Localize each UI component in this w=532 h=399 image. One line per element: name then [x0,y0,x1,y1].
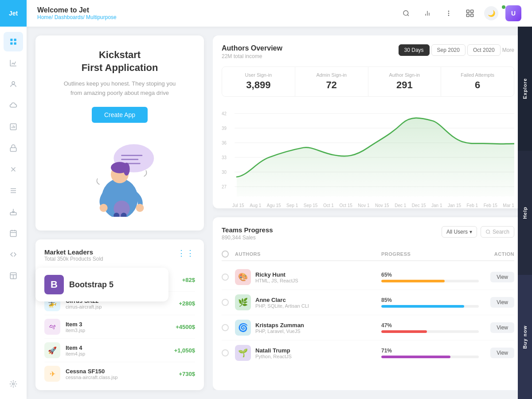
sidebar-item-settings[interactable] [4,374,23,394]
svg-text:36: 36 [222,141,227,146]
svg-rect-33 [471,10,473,13]
svg-rect-32 [467,10,469,13]
sidebar-item-download[interactable] [4,202,23,222]
team-row-checkbox[interactable] [222,274,229,281]
team-row-checkbox[interactable] [222,349,229,356]
team-action-3: View [479,348,514,358]
market-list-item: 🛩 Item 3 item3.jsp +4500$ [44,315,195,339]
svg-point-4 [12,82,15,84]
th-action: ACTION [479,251,514,257]
sidebar-item-security[interactable] [4,138,23,158]
tab-30-days[interactable]: 30 Days [399,44,430,56]
row-checkbox-1 [222,299,235,306]
stat-author-signin: Author Sign-in 291 [368,67,442,96]
sidebar-item-dashboard[interactable] [4,32,23,51]
search-button[interactable] [399,6,413,20]
team-view-button-2[interactable]: View [490,322,514,333]
filter-select[interactable]: All Users ▾ [442,226,477,238]
tab-more[interactable]: More [502,47,514,53]
stat-admin-signin: Admin Sign-in 72 [295,67,368,96]
dark-mode-button[interactable]: 🌙 [484,6,498,20]
team-view-button-1[interactable]: View [490,297,514,308]
svg-text:27: 27 [222,184,227,190]
teams-header: Teams Progress 890,344 Sales All Users ▾… [222,226,514,241]
sidebar-item-list[interactable] [4,181,23,200]
authors-overview-card: Authors Overview 22M total income 30 Day… [213,35,523,208]
teams-progress-card: Teams Progress 890,344 Sales All Users ▾… [213,217,523,390]
sidebar-item-reports[interactable] [4,117,23,137]
team-view-button-3[interactable]: View [490,348,514,358]
market-item-sub: item4.jsp [66,351,174,356]
team-progress-0: 65% [381,272,479,282]
row-checkbox-0 [222,274,235,281]
team-row-checkbox[interactable] [222,299,229,306]
svg-point-44 [123,163,130,176]
tab-oct-2020[interactable]: Oct 2020 [467,44,501,56]
svg-rect-2 [10,43,12,45]
tab-sep-2020[interactable]: Sep 2020 [431,44,466,56]
market-item-logo: ✈ [44,366,60,382]
market-item-info: Item 4 item4.jsp [66,344,174,356]
stat-author-signin-label: Author Sign-in [376,72,434,78]
help-side-tab[interactable]: Help [518,151,532,275]
teams-search-button[interactable]: Search [481,226,514,238]
online-indicator [502,5,505,9]
kickstart-description: Outlines keep you honest. They stoping y… [58,79,182,98]
sidebar-item-tools[interactable] [4,245,23,264]
progress-bar-fill-1 [381,305,464,308]
svg-text:39: 39 [222,126,227,131]
sidebar-nav [4,27,23,369]
sidebar-item-close[interactable] [4,160,23,179]
main-wrapper: Welcome to Jet Home/ Dashboards/ Multipu… [27,0,532,399]
logo[interactable]: Jet [0,0,27,27]
stat-failed-attempts: Failed Attempts 6 [441,67,514,96]
authors-chart: 42 39 36 33 30 27 [222,104,514,201]
market-item-info: Cessna SF150 cessna-aircraft.class.jsp [66,368,179,380]
select-all-checkbox[interactable] [222,250,229,258]
market-more-button[interactable]: ⋮⋮ [177,248,195,258]
author-avatar-3: 🌱 [235,345,251,361]
authors-title: Authors Overview [222,44,282,52]
menu-button[interactable] [463,6,477,20]
svg-rect-9 [10,148,16,151]
stats-button[interactable] [420,6,434,20]
progress-percent-0: 65% [381,272,479,278]
market-leaders-card: Market Leaders Total 350k Products Sold … [35,239,204,390]
content-area: Kickstart First Application Outlines kee… [27,27,532,399]
buy-now-side-tab[interactable]: Buy now [518,275,532,399]
svg-rect-35 [471,14,473,17]
bootstrap-badge: B Bootstrap 5 [35,268,168,301]
author-avatar-0: 🎨 [235,269,251,285]
sidebar-item-analytics[interactable] [4,53,23,73]
progress-bar-bg-3 [381,356,479,358]
svg-rect-16 [10,231,16,237]
svg-point-31 [448,15,449,16]
sidebar-item-table[interactable] [4,266,23,286]
grid-button[interactable] [442,6,456,20]
market-item-change: +4500$ [176,324,195,330]
team-action-0: View [479,272,514,282]
author-name-1: Anne Clarc [255,297,309,303]
teams-table-header: AUTHORS PROGRESS ACTION [222,248,514,261]
author-name-2: Kristaps Zumman [255,322,304,329]
market-list-item: ✈ Cessna SF150 cessna-aircraft.class.jsp… [44,362,195,385]
author-skills-3: Python, ReactJS [255,354,292,359]
sidebar-item-users[interactable] [4,74,23,94]
svg-point-45 [100,204,108,212]
breadcrumb: Home/ Dashboards/ Multipurpose [37,14,399,20]
market-item-change: +280$ [179,300,195,307]
stat-user-signin-value: 3,899 [229,79,288,91]
author-name-0: Ricky Hunt [255,271,298,278]
kickstart-illustration [75,136,164,216]
progress-bar-fill-3 [381,356,450,358]
authors-card-header: Authors Overview 22M total income 30 Day… [222,44,514,59]
create-app-button[interactable]: Create App [92,107,148,123]
sidebar-item-calendar[interactable] [4,223,23,243]
team-row-checkbox[interactable] [222,324,229,331]
market-item-sub: item3.jsp [66,328,176,333]
sidebar-item-cloud[interactable] [4,96,23,115]
team-view-button-0[interactable]: View [490,272,514,282]
explore-side-tab[interactable]: Explore [518,27,532,151]
user-avatar[interactable]: U [505,5,521,21]
row-checkbox-2 [222,324,235,331]
